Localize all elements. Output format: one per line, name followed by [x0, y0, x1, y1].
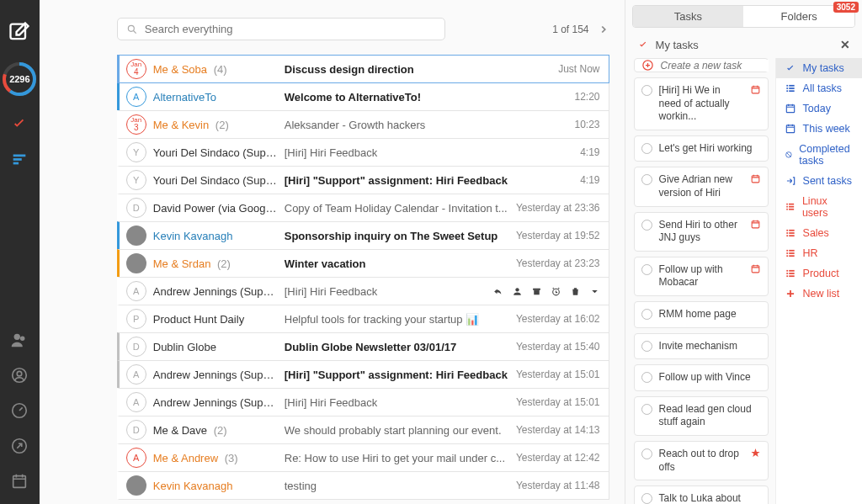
- email-row[interactable]: DDublin GlobeDublin Globe Newsletter 03/…: [117, 332, 609, 361]
- email-row[interactable]: YYouri Del Sindaco (Suppo...[Hiri] Hiri …: [117, 138, 609, 167]
- score-gauge[interactable]: 2296: [1, 61, 38, 98]
- email-row[interactable]: Jan3Me & Kevin (2)Aleksander - Growth ha…: [117, 110, 609, 139]
- filter-item[interactable]: All tasks: [776, 78, 862, 98]
- pager-next-icon[interactable]: [598, 24, 609, 35]
- filter-icon[interactable]: [10, 150, 29, 168]
- task-item[interactable]: Reach out to drop offs: [634, 441, 769, 480]
- avatar: [126, 225, 146, 246]
- check-icon: [785, 62, 796, 74]
- email-row[interactable]: DMe & Dave (2)We should probably start p…: [117, 416, 609, 444]
- star-icon[interactable]: [750, 448, 761, 459]
- filter-label: This week: [803, 123, 850, 135]
- filter-label: Product: [803, 268, 839, 279]
- filter-item[interactable]: Sales: [776, 223, 862, 243]
- filter-item[interactable]: Linux users: [776, 191, 862, 223]
- task-item[interactable]: Follow up with Vince: [634, 364, 769, 391]
- archive-icon[interactable]: [531, 286, 542, 297]
- email-row[interactable]: PProduct Hunt DailyHelpful tools for tra…: [117, 305, 609, 333]
- email-row[interactable]: DDavid Power (via Google ...Copy of Team…: [117, 194, 609, 222]
- reply-icon[interactable]: [492, 286, 503, 297]
- new-task-row[interactable]: [634, 58, 769, 72]
- task-item[interactable]: [Hiri] Hi We in need of actually workin.…: [634, 77, 769, 130]
- email-from: Me & Dave (2): [153, 424, 278, 437]
- task-item[interactable]: Let's get Hiri working: [634, 135, 769, 162]
- task-checkbox[interactable]: [641, 404, 652, 415]
- svg-rect-51: [786, 270, 788, 272]
- pager: 1 of 154: [552, 24, 609, 35]
- compose-button[interactable]: [8, 20, 31, 44]
- task-checkbox[interactable]: [641, 85, 652, 96]
- search-input[interactable]: [145, 23, 436, 35]
- calendar-icon[interactable]: [10, 472, 29, 491]
- task-item[interactable]: Read lead gen cloud stuff again: [634, 396, 769, 436]
- task-item[interactable]: Give Adrian new version of Hiri: [634, 167, 769, 206]
- task-item[interactable]: Talk to Luka about Ian's problem: [634, 485, 769, 504]
- task-text: Let's get Hiri working: [659, 142, 761, 156]
- email-subject: [Hiri] "Support" assignment: Hiri Feedba…: [278, 369, 508, 381]
- filter-item[interactable]: Today: [776, 98, 862, 119]
- email-row[interactable]: Kevin KavanaghSponsorship inquiry on The…: [117, 221, 609, 250]
- filter-item[interactable]: This week: [776, 119, 862, 139]
- email-row[interactable]: AAndrew Jennings (Supp...[Hiri] "Support…: [117, 360, 609, 389]
- svg-rect-54: [789, 273, 794, 274]
- task-checkbox[interactable]: [641, 174, 652, 185]
- close-tasks-button[interactable]: ✕: [840, 38, 850, 51]
- delete-icon[interactable]: [570, 286, 581, 297]
- tasks-icon[interactable]: [10, 114, 29, 133]
- tasks-column: [Hiri] Hi We in need of actually workin.…: [634, 58, 769, 504]
- filter-item[interactable]: My tasks: [776, 58, 862, 78]
- email-row[interactable]: AAlternativeToWelcome to AlternativeTo!1…: [117, 82, 609, 111]
- list-icon: [785, 201, 795, 213]
- email-from: Dublin Globe: [153, 341, 278, 353]
- filter-item[interactable]: Product: [776, 263, 862, 284]
- pager-text: 1 of 154: [552, 24, 588, 35]
- svg-rect-21: [752, 176, 759, 183]
- task-checkbox[interactable]: [641, 341, 652, 352]
- task-item[interactable]: Invite mechanism: [634, 333, 769, 360]
- cal-icon: [785, 103, 796, 114]
- task-checkbox[interactable]: [641, 448, 652, 459]
- filter-item[interactable]: Sent tasks: [776, 171, 862, 191]
- profile-icon[interactable]: [10, 366, 29, 385]
- email-row[interactable]: YYouri Del Sindaco (Supp...[Hiri] "Suppo…: [117, 166, 609, 194]
- email-subject: Welcome to AlternativeTo!: [278, 91, 567, 103]
- task-checkbox[interactable]: [641, 309, 652, 320]
- email-from: Andrew Jennings (Supp...: [153, 369, 278, 381]
- task-item[interactable]: Send Hiri to other JNJ guys: [634, 212, 769, 252]
- email-time: Yesterday at 16:02: [508, 313, 600, 325]
- sender-initial: P: [126, 309, 146, 329]
- sender-initial: D: [126, 337, 146, 357]
- task-checkbox[interactable]: [641, 493, 652, 504]
- svg-rect-49: [786, 255, 788, 257]
- email-row[interactable]: AAndrew Jennings (Support)[Hiri] Hiri Fe…: [117, 388, 609, 416]
- filter-item[interactable]: New list: [776, 284, 862, 304]
- email-row[interactable]: Kevin KavanaghtestingYesterday at 11:48: [117, 471, 609, 500]
- task-checkbox[interactable]: [641, 264, 652, 275]
- task-item[interactable]: Follow up with Mobacar: [634, 257, 769, 296]
- search-box[interactable]: [117, 18, 445, 40]
- task-checkbox[interactable]: [641, 220, 652, 231]
- email-row[interactable]: AAndrew Jennings (Support)[Hiri] Hiri Fe…: [117, 277, 609, 305]
- dashboard-icon[interactable]: [10, 401, 29, 420]
- task-checkbox[interactable]: [641, 143, 652, 154]
- email-row[interactable]: Jan4Me & Soba (4)Discuss design directio…: [117, 55, 609, 83]
- settings-icon[interactable]: [10, 437, 29, 455]
- new-task-input[interactable]: [661, 60, 769, 72]
- task-filters: My tasksAll tasksTodayThis weekCompleted…: [775, 58, 862, 504]
- task-checkbox[interactable]: [641, 372, 652, 383]
- filter-item[interactable]: Completed tasks: [776, 139, 862, 171]
- contacts-icon[interactable]: [10, 331, 29, 349]
- email-from: Me & Soba (4): [153, 63, 278, 76]
- email-row[interactable]: Me & Srdan (2)Winter vacationYesterday a…: [117, 249, 609, 278]
- filter-label: Completed tasks: [799, 143, 854, 167]
- task-item[interactable]: RMM home page: [634, 301, 769, 328]
- email-time: Yesterday at 11:48: [508, 480, 600, 491]
- tab-tasks[interactable]: Tasks: [633, 6, 744, 27]
- email-row[interactable]: AMe & Andrew (3)Re: How to use Hiri to g…: [117, 443, 609, 472]
- svg-rect-24: [786, 85, 788, 87]
- more-icon[interactable]: [589, 286, 600, 297]
- assign-icon[interactable]: [512, 286, 523, 297]
- filter-item[interactable]: HR: [776, 243, 862, 263]
- score-value: 2296: [1, 61, 38, 98]
- snooze-icon[interactable]: [551, 286, 561, 297]
